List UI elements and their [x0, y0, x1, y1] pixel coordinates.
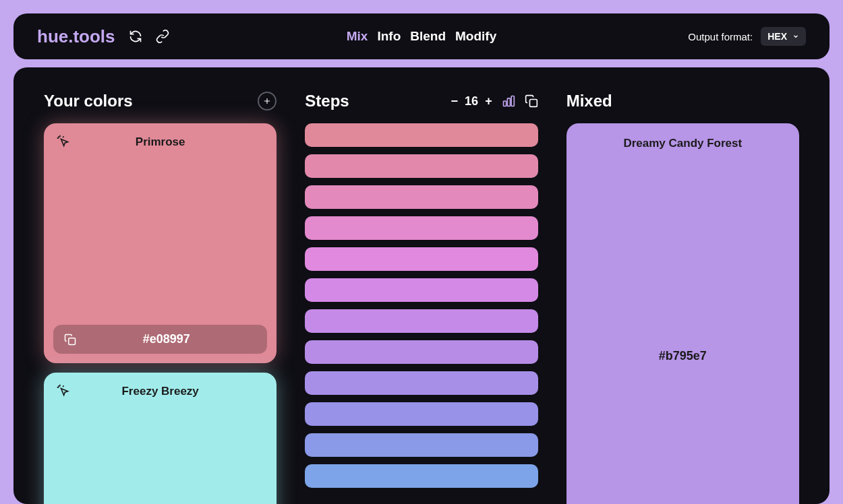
steps-controls: − 16 + — [451, 94, 538, 108]
cursor-click-icon — [56, 134, 69, 148]
step-swatch[interactable] — [305, 185, 537, 209]
step-swatch[interactable] — [305, 154, 537, 178]
hex-value-primrose: #e08997 — [76, 332, 256, 346]
svg-rect-4 — [529, 100, 537, 107]
nav-info[interactable]: Info — [377, 29, 401, 44]
mixed-color-name: Dreamy Candy Forest — [580, 137, 786, 150]
steps-title: Steps — [305, 92, 349, 111]
your-colors-title: Your colors — [44, 92, 133, 111]
copy-all-icon[interactable] — [525, 94, 538, 108]
step-swatch[interactable] — [305, 309, 537, 333]
copy-icon — [64, 334, 76, 346]
chevron-down-icon — [792, 33, 799, 40]
step-swatch[interactable] — [305, 340, 537, 364]
svg-rect-0 — [69, 338, 76, 344]
nav-mix[interactable]: Mix — [347, 29, 368, 44]
randomize-icon[interactable] — [129, 30, 142, 43]
steps-increment[interactable]: + — [485, 94, 492, 108]
add-color-button[interactable] — [258, 92, 277, 111]
your-colors-column: Your colors Primrose #e08997 — [44, 91, 277, 504]
svg-rect-3 — [511, 96, 514, 106]
mixed-card[interactable]: Dreamy Candy Forest #b795e7 — [566, 123, 799, 504]
output-format-select[interactable]: HEX — [761, 27, 806, 46]
step-swatch[interactable] — [305, 402, 537, 426]
main-nav: Mix Info Blend Modify — [347, 29, 497, 44]
nav-blend[interactable]: Blend — [410, 29, 446, 44]
step-swatch[interactable] — [305, 371, 537, 395]
step-swatch[interactable] — [305, 278, 537, 302]
mixed-title: Mixed — [566, 92, 612, 111]
mixed-header: Mixed — [566, 91, 799, 111]
mixed-column: Mixed Dreamy Candy Forest #b795e7 — [566, 91, 799, 504]
steps-stepper: − 16 + — [451, 94, 492, 108]
header-left: hue.tools — [37, 26, 169, 47]
app-header: hue.tools Mix Info Blend Modify Output f… — [13, 13, 830, 59]
step-swatch[interactable] — [305, 216, 537, 240]
color-card-primrose[interactable]: Primrose #e08997 — [44, 123, 277, 363]
step-swatch[interactable] — [305, 464, 537, 488]
step-swatch[interactable] — [305, 433, 537, 457]
bar-chart-icon[interactable] — [502, 94, 515, 108]
nav-modify[interactable]: Modify — [455, 29, 496, 44]
main-content: Your colors Primrose #e08997 — [13, 67, 830, 504]
steps-count: 16 — [465, 94, 478, 108]
logo[interactable]: hue.tools — [37, 26, 115, 47]
cursor-click-icon — [56, 383, 69, 397]
steps-column: Steps − 16 + — [305, 91, 537, 504]
color-name-freezy: Freezy Breezy — [55, 383, 266, 398]
color-card-freezy[interactable]: Freezy Breezy — [44, 373, 277, 504]
link-icon[interactable] — [156, 30, 169, 43]
output-format-value: HEX — [767, 31, 787, 42]
output-format-label: Output format: — [688, 31, 753, 42]
svg-rect-1 — [503, 101, 506, 106]
hex-pill-primrose[interactable]: #e08997 — [53, 325, 267, 354]
svg-rect-2 — [507, 98, 510, 106]
steps-header: Steps − 16 + — [305, 91, 537, 111]
step-swatch[interactable] — [305, 247, 537, 271]
mixed-hex-value: #b795e7 — [566, 349, 799, 363]
your-colors-header: Your colors — [44, 91, 277, 111]
steps-decrement[interactable]: − — [451, 94, 459, 108]
plus-icon — [262, 96, 272, 106]
step-swatch[interactable] — [305, 123, 537, 147]
steps-list — [305, 123, 537, 488]
color-name-primrose: Primrose — [55, 134, 266, 149]
header-right: Output format: HEX — [688, 27, 806, 46]
